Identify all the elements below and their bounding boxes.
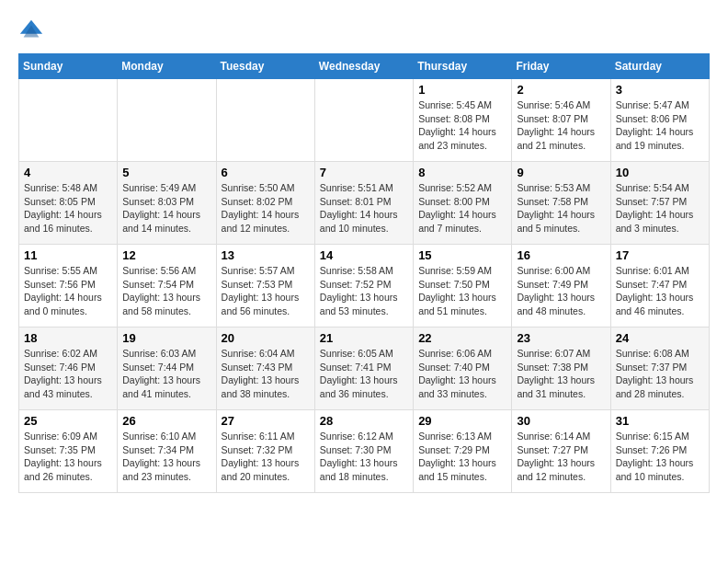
day-info: Sunrise: 6:13 AMSunset: 7:29 PMDaylight:…	[418, 430, 506, 484]
day-info: Sunrise: 6:03 AMSunset: 7:44 PMDaylight:…	[122, 347, 210, 401]
day-number: 17	[616, 248, 704, 262]
day-info: Sunrise: 5:51 AMSunset: 8:01 PMDaylight:…	[320, 181, 408, 236]
day-info: Sunrise: 5:50 AMSunset: 8:02 PMDaylight:…	[222, 181, 310, 236]
day-number: 16	[517, 248, 605, 262]
calendar-cell: 11Sunrise: 5:55 AMSunset: 7:56 PMDayligh…	[19, 245, 118, 327]
day-number: 7	[320, 166, 408, 179]
day-number: 21	[320, 331, 408, 345]
calendar-cell: 8Sunrise: 5:52 AMSunset: 8:00 PMDaylight…	[414, 162, 512, 245]
calendar-cell: 1Sunrise: 5:45 AMSunset: 8:08 PMDaylight…	[414, 79, 512, 162]
day-info: Sunrise: 5:48 AMSunset: 8:05 PMDaylight:…	[24, 181, 112, 236]
day-number: 30	[517, 414, 605, 428]
day-number: 2	[517, 83, 605, 97]
day-number: 6	[222, 166, 310, 179]
logo-icon	[18, 18, 44, 44]
day-number: 31	[616, 414, 704, 428]
day-number: 4	[24, 166, 112, 179]
day-info: Sunrise: 6:00 AMSunset: 7:49 PMDaylight:…	[517, 264, 605, 318]
day-info: Sunrise: 6:08 AMSunset: 7:37 PMDaylight:…	[616, 347, 704, 401]
logo	[18, 18, 48, 44]
calendar-cell	[118, 79, 216, 162]
day-number: 10	[616, 166, 704, 179]
day-info: Sunrise: 6:12 AMSunset: 7:30 PMDaylight:…	[320, 430, 408, 484]
day-number: 15	[418, 248, 506, 262]
calendar-week-1: 1Sunrise: 5:45 AMSunset: 8:08 PMDaylight…	[19, 79, 710, 162]
day-info: Sunrise: 6:04 AMSunset: 7:43 PMDaylight:…	[222, 347, 310, 401]
day-number: 5	[122, 166, 210, 179]
day-info: Sunrise: 5:59 AMSunset: 7:50 PMDaylight:…	[418, 264, 506, 318]
day-number: 24	[616, 331, 704, 345]
calendar-cell: 19Sunrise: 6:03 AMSunset: 7:44 PMDayligh…	[118, 327, 216, 410]
calendar-week-5: 25Sunrise: 6:09 AMSunset: 7:35 PMDayligh…	[19, 410, 710, 493]
weekday-header-monday: Monday	[118, 54, 216, 79]
day-info: Sunrise: 5:52 AMSunset: 8:00 PMDaylight:…	[418, 181, 506, 236]
day-info: Sunrise: 5:55 AMSunset: 7:56 PMDaylight:…	[24, 264, 112, 318]
calendar-cell: 4Sunrise: 5:48 AMSunset: 8:05 PMDaylight…	[19, 162, 118, 245]
weekday-header-sunday: Sunday	[19, 54, 118, 79]
calendar-cell: 6Sunrise: 5:50 AMSunset: 8:02 PMDaylight…	[216, 162, 314, 245]
day-info: Sunrise: 6:06 AMSunset: 7:40 PMDaylight:…	[418, 347, 506, 401]
day-info: Sunrise: 6:10 AMSunset: 7:34 PMDaylight:…	[122, 430, 210, 484]
day-number: 9	[517, 166, 605, 179]
day-info: Sunrise: 5:53 AMSunset: 7:58 PMDaylight:…	[517, 181, 605, 236]
calendar-week-4: 18Sunrise: 6:02 AMSunset: 7:46 PMDayligh…	[19, 327, 710, 410]
day-info: Sunrise: 6:11 AMSunset: 7:32 PMDaylight:…	[222, 430, 310, 484]
calendar-cell: 22Sunrise: 6:06 AMSunset: 7:40 PMDayligh…	[414, 327, 512, 410]
day-info: Sunrise: 6:01 AMSunset: 7:47 PMDaylight:…	[616, 264, 704, 318]
calendar-cell: 21Sunrise: 6:05 AMSunset: 7:41 PMDayligh…	[314, 327, 413, 410]
calendar-cell	[314, 79, 413, 162]
weekday-header-tuesday: Tuesday	[216, 54, 314, 79]
calendar-cell: 2Sunrise: 5:46 AMSunset: 8:07 PMDaylight…	[512, 79, 610, 162]
calendar-cell: 30Sunrise: 6:14 AMSunset: 7:27 PMDayligh…	[512, 410, 610, 493]
calendar-cell: 24Sunrise: 6:08 AMSunset: 7:37 PMDayligh…	[610, 327, 709, 410]
day-number: 25	[24, 414, 112, 428]
day-number: 8	[418, 166, 506, 179]
day-number: 13	[222, 248, 310, 262]
calendar-table: SundayMondayTuesdayWednesdayThursdayFrid…	[18, 53, 710, 493]
calendar-cell: 13Sunrise: 5:57 AMSunset: 7:53 PMDayligh…	[216, 245, 314, 327]
calendar-cell: 20Sunrise: 6:04 AMSunset: 7:43 PMDayligh…	[216, 327, 314, 410]
calendar-cell: 15Sunrise: 5:59 AMSunset: 7:50 PMDayligh…	[414, 245, 512, 327]
day-number: 20	[222, 331, 310, 345]
day-number: 27	[222, 414, 310, 428]
calendar-cell: 5Sunrise: 5:49 AMSunset: 8:03 PMDaylight…	[118, 162, 216, 245]
day-number: 18	[24, 331, 112, 345]
calendar-cell: 10Sunrise: 5:54 AMSunset: 7:57 PMDayligh…	[610, 162, 709, 245]
day-info: Sunrise: 5:46 AMSunset: 8:07 PMDaylight:…	[517, 98, 605, 153]
calendar-cell	[19, 79, 118, 162]
calendar-cell: 17Sunrise: 6:01 AMSunset: 7:47 PMDayligh…	[610, 245, 709, 327]
calendar-cell: 3Sunrise: 5:47 AMSunset: 8:06 PMDaylight…	[610, 79, 709, 162]
weekday-header-thursday: Thursday	[414, 54, 512, 79]
day-info: Sunrise: 5:47 AMSunset: 8:06 PMDaylight:…	[616, 98, 704, 153]
day-number: 11	[24, 248, 112, 262]
day-info: Sunrise: 5:45 AMSunset: 8:08 PMDaylight:…	[418, 98, 506, 153]
calendar-cell: 9Sunrise: 5:53 AMSunset: 7:58 PMDaylight…	[512, 162, 610, 245]
weekday-header-saturday: Saturday	[610, 54, 709, 79]
day-info: Sunrise: 6:14 AMSunset: 7:27 PMDaylight:…	[517, 430, 605, 484]
calendar-cell: 23Sunrise: 6:07 AMSunset: 7:38 PMDayligh…	[512, 327, 610, 410]
day-info: Sunrise: 6:05 AMSunset: 7:41 PMDaylight:…	[320, 347, 408, 401]
weekday-header-friday: Friday	[512, 54, 610, 79]
day-number: 14	[320, 248, 408, 262]
day-number: 23	[517, 331, 605, 345]
day-info: Sunrise: 6:15 AMSunset: 7:26 PMDaylight:…	[616, 430, 704, 484]
calendar-cell: 18Sunrise: 6:02 AMSunset: 7:46 PMDayligh…	[19, 327, 118, 410]
weekday-header-wednesday: Wednesday	[314, 54, 413, 79]
calendar-cell: 7Sunrise: 5:51 AMSunset: 8:01 PMDaylight…	[314, 162, 413, 245]
day-number: 19	[122, 331, 210, 345]
day-info: Sunrise: 6:09 AMSunset: 7:35 PMDaylight:…	[24, 430, 112, 484]
weekday-header-row: SundayMondayTuesdayWednesdayThursdayFrid…	[19, 54, 710, 79]
calendar-cell	[216, 79, 314, 162]
day-number: 12	[122, 248, 210, 262]
calendar-cell: 14Sunrise: 5:58 AMSunset: 7:52 PMDayligh…	[314, 245, 413, 327]
day-info: Sunrise: 6:07 AMSunset: 7:38 PMDaylight:…	[517, 347, 605, 401]
day-number: 22	[418, 331, 506, 345]
day-info: Sunrise: 6:02 AMSunset: 7:46 PMDaylight:…	[24, 347, 112, 401]
calendar-cell: 28Sunrise: 6:12 AMSunset: 7:30 PMDayligh…	[314, 410, 413, 493]
day-info: Sunrise: 5:56 AMSunset: 7:54 PMDaylight:…	[122, 264, 210, 318]
calendar-cell: 16Sunrise: 6:00 AMSunset: 7:49 PMDayligh…	[512, 245, 610, 327]
calendar-cell: 26Sunrise: 6:10 AMSunset: 7:34 PMDayligh…	[118, 410, 216, 493]
day-info: Sunrise: 5:49 AMSunset: 8:03 PMDaylight:…	[122, 181, 210, 236]
day-info: Sunrise: 5:54 AMSunset: 7:57 PMDaylight:…	[616, 181, 704, 236]
day-info: Sunrise: 5:58 AMSunset: 7:52 PMDaylight:…	[320, 264, 408, 318]
